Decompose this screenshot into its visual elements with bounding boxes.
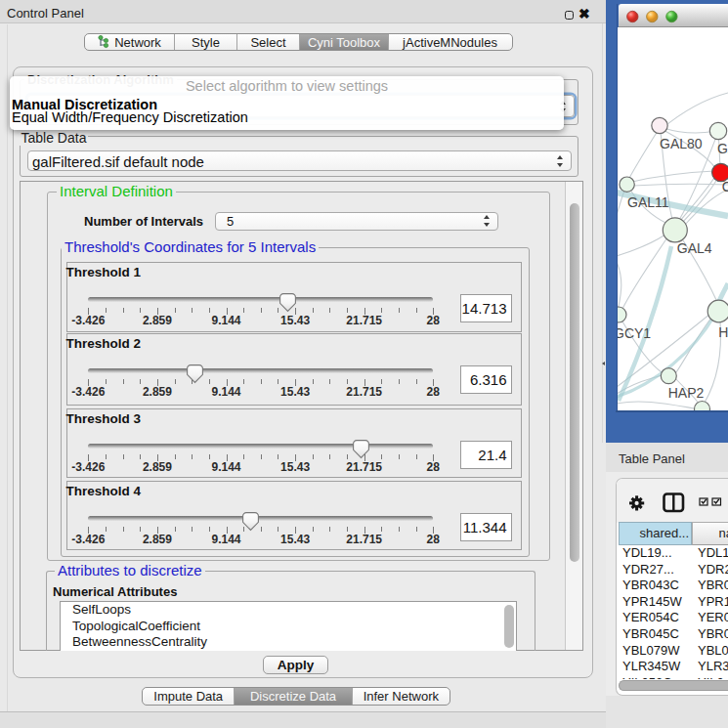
svg-text:GAL80: GAL80 [660, 136, 703, 151]
svg-text:GA: GA [717, 141, 728, 156]
svg-text:HAP2: HAP2 [668, 385, 705, 401]
svg-text:GCY1: GCY1 [618, 325, 651, 341]
svg-text:HA: HA [718, 324, 728, 340]
svg-text:GAL4: GAL4 [677, 240, 712, 256]
svg-text:GAL11: GAL11 [627, 194, 669, 210]
svg-text:CR: CR [722, 179, 728, 194]
